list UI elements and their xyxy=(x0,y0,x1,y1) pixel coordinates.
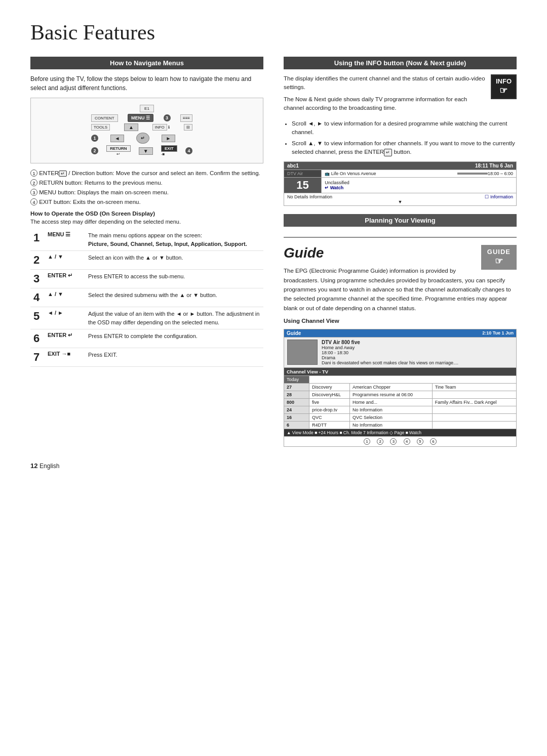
guide-ch-other-1 xyxy=(432,391,516,399)
return-symbol: ↩ xyxy=(116,152,120,156)
guide-table: Guide 2:10 Tue 1 Jun DTV Air 800 five Ho… xyxy=(284,329,517,447)
guide-ch-prog-1: Programmes resume at 06:00 xyxy=(350,391,433,399)
tools-area: TOOLS xyxy=(91,125,110,130)
info-bullet2: Scroll ▲, ▼ to view information for othe… xyxy=(292,139,517,157)
guide-prog-name: Home and Away xyxy=(322,345,458,350)
guide-thumbnail xyxy=(287,340,318,365)
watch-label: Watch xyxy=(330,185,344,190)
step-desc-7: Press EXIT. xyxy=(85,348,263,367)
step-row-3: 3 ENTER ↵ Press ENTER to access the sub-… xyxy=(30,270,263,288)
channel-view-header: Using Channel View xyxy=(284,318,517,324)
guide-ch-name-3: price-drop.tv xyxy=(309,406,350,414)
page-footer: 12 English xyxy=(30,462,517,470)
ch-dtv-air: DTV Air xyxy=(284,170,322,178)
info-label: INFO xyxy=(496,77,512,85)
callout2-label: RETURN button: Returns to the previous m… xyxy=(39,180,163,186)
ch-prog-time: 18:00 – 6:00 xyxy=(488,171,513,176)
channel-info-table: abc1 18:11 Thu 6 Jan DTV Air 📺 Life On V… xyxy=(284,161,517,206)
guide-ch-other-4 xyxy=(432,414,516,422)
callout1-text: 1 ENTER↵ / Direction button: Move the cu… xyxy=(30,170,263,177)
guide-section: GUIDE ☞ Guide The EPG (Electronic Progra… xyxy=(284,237,517,447)
guide-label: GUIDE xyxy=(487,248,511,256)
step-desc-4: Select the desired submenu with the ▲ or… xyxy=(85,288,263,307)
ch-prog-name: Life On Venus Avenue xyxy=(331,171,376,176)
step-desc-5: Adjust the value of an item with the ◄ o… xyxy=(85,307,263,329)
step-key-7: EXIT →■ xyxy=(45,348,85,367)
step-key-2: ▲ / ▼ xyxy=(45,251,85,270)
callout1-icon: 1 xyxy=(30,170,37,177)
exit-area: EXIT -■ xyxy=(161,145,177,156)
exit-btn: EXIT xyxy=(161,145,177,152)
callout-3-marker: 3 xyxy=(164,114,171,121)
osd-header: How to Operate the OSD (On Screen Displa… xyxy=(30,211,263,217)
info-hand-icon: ☞ xyxy=(496,85,512,96)
guide-prog-title: DTV Air 800 five xyxy=(322,340,458,345)
info-section-header: Using the INFO button (Now & Next guide) xyxy=(284,57,517,69)
step-key-6: ENTER ↵ xyxy=(45,329,85,348)
guide-callout-6: 6 xyxy=(430,438,437,445)
guide-hand-icon: ☞ xyxy=(487,256,511,267)
info-button-box: INFO ☞ xyxy=(491,74,517,99)
callout-3-num: 3 xyxy=(164,114,171,121)
right-btn: ► xyxy=(162,135,176,142)
ch-prog-row: 📺 Life On Venus Avenue 18:00 – 6:00 xyxy=(322,170,517,178)
step-num-2: 2 xyxy=(30,251,45,270)
guide-ch-prog-4: QVC Selection xyxy=(350,414,433,422)
callout4-label: EXIT button: Exits the on-screen menu. xyxy=(39,199,141,205)
step-num-7: 7 xyxy=(30,348,45,367)
ch-arrow-down: ▼ xyxy=(287,199,513,204)
guide-program-info: DTV Air 800 five Home and Away 18:00 - 1… xyxy=(284,338,517,368)
ch-prog-icon: 📺 xyxy=(325,172,330,176)
guide-callout-3: 3 xyxy=(390,438,397,445)
guide-channel-row-1: 28 DiscoveryH&L Programmes resume at 06:… xyxy=(284,391,517,399)
guide-callout-4: 4 xyxy=(404,438,410,445)
guide-prog-desc: Dani is devastated when scott makes clea… xyxy=(322,360,458,365)
menu-btn: MENU ☰ xyxy=(128,114,153,122)
enter-icon-2: ↵ xyxy=(384,149,392,157)
guide-callout-1: 1 xyxy=(364,438,370,445)
callout2-icon: 2 xyxy=(30,179,37,186)
ch-datetime: 18:11 Thu 6 Jan xyxy=(475,163,513,169)
callout3-icon: 3 xyxy=(30,189,37,196)
guide-ch-name-2: five xyxy=(309,399,350,406)
guide-ch-prog-0: American Chopper xyxy=(350,384,433,391)
info-content: INFO ☞ The display identifies the curren… xyxy=(284,74,517,115)
ch-class: Unclassified xyxy=(325,180,513,185)
guide-prog-genre: Drama xyxy=(322,355,458,360)
step-key-3: ENTER ↵ xyxy=(45,270,85,288)
step-desc-3: Press ENTER to access the sub-menu. xyxy=(85,270,263,288)
left-column: How to Navigate Menus Before using the T… xyxy=(30,57,263,447)
guide-ch-other-2: Family Affairs Fiv... Dark Angel xyxy=(432,399,516,406)
guide-prog-time: 18:00 - 18:30 xyxy=(322,350,458,355)
step-row-1: 1 MENU ☰ The main menu options appear on… xyxy=(30,229,263,251)
info-para1: The display identifies the current chann… xyxy=(284,74,517,92)
ch-information: ☐ Information xyxy=(485,194,513,199)
guide-channel-row-4: 16 QVC QVC Selection xyxy=(284,414,517,422)
guide-ch-num-0: 27 xyxy=(284,384,309,391)
ch-no-details: No Details Information ☐ Information ▼ xyxy=(284,193,517,206)
guide-ch-name-5: R4DTT xyxy=(309,422,350,429)
step-row-6: 6 ENTER ↵ Press ENTER to complete the co… xyxy=(30,329,263,348)
guide-callouts: 1 2 3 4 5 6 xyxy=(284,437,517,447)
info-bullets: Scroll ◄, ► to view information for a de… xyxy=(292,119,517,156)
extra-remote-btn: ⊟ xyxy=(184,124,192,131)
guide-time-cell: 2:10 Tue 1 Jun xyxy=(482,330,514,335)
guide-content: GUIDE ☞ Guide The EPG (Electronic Progra… xyxy=(284,245,517,313)
callout-2-num: 2 xyxy=(91,147,98,154)
step-row-2: 2 ▲ / ▼ Select an icon with the ▲ or ▼ b… xyxy=(30,251,263,270)
step-key-1: MENU ☰ xyxy=(45,229,85,251)
remote-e1-btn: E1 xyxy=(140,105,154,112)
guide-ch-prog-3: No Information xyxy=(350,406,433,414)
ch-row1-left: DTV Air xyxy=(287,171,303,176)
guide-ch-other-0: Tine Team xyxy=(432,384,516,391)
step-row-4: 4 ▲ / ▼ Select the desired submenu with … xyxy=(30,288,263,307)
guide-ch-name-0: Discovery xyxy=(309,384,350,391)
page-number: 12 xyxy=(30,462,37,470)
up-btn-area: ▲ xyxy=(124,123,138,131)
step-key-5: ◄ / ► xyxy=(45,307,85,329)
guide-ch-num-4: 16 xyxy=(284,414,309,422)
steps-table: 1 MENU ☰ The main menu options appear on… xyxy=(30,229,263,367)
callout3-text: 3 MENU button: Displays the main on-scre… xyxy=(30,189,263,196)
step-key-4: ▲ / ▼ xyxy=(45,288,85,307)
enter-icon-1: ↵ xyxy=(59,171,67,177)
